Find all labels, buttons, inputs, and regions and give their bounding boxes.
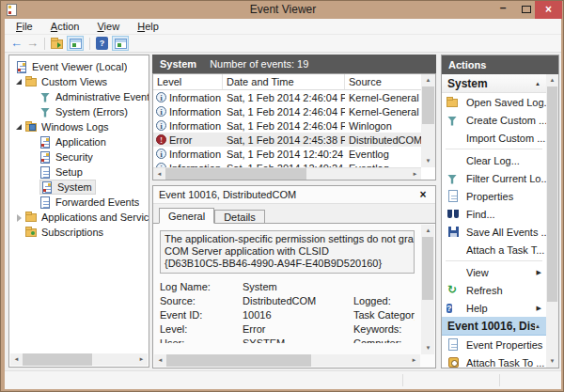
scroll-right-icon[interactable]: ►: [409, 168, 421, 180]
table-row[interactable]: iInformation Sat, 1 Feb 2014 2:46:04 PM …: [153, 104, 421, 118]
tree-item-windows-logs[interactable]: Windows Logs: [9, 119, 149, 134]
scroll-right-icon[interactable]: ►: [135, 353, 148, 366]
collapse-icon[interactable]: ▲: [535, 323, 540, 329]
tree-item-applications-services-logs[interactable]: Applications and Services Log: [9, 210, 149, 225]
scrollbar-thumb[interactable]: [422, 237, 433, 300]
tree-item-system[interactable]: System: [9, 180, 149, 195]
scrollbar-thumb[interactable]: [166, 354, 311, 367]
scroll-left-icon[interactable]: ◄: [153, 168, 165, 180]
action-label: Open Saved Log...: [466, 97, 546, 108]
close-button[interactable]: ×: [535, 1, 562, 19]
help-icon[interactable]: ?: [96, 37, 108, 50]
action-import-custom-view[interactable]: Import Custom ...: [442, 129, 546, 147]
section-event-10016[interactable]: Event 10016, Dis... ▲: [442, 317, 546, 336]
field-row: Event ID: 10016 Task Category:: [160, 308, 415, 322]
tab-general[interactable]: General: [159, 208, 214, 224]
action-filter-current-log[interactable]: Filter Current Lo...: [442, 169, 546, 187]
source-cell: DistributedCOM: [345, 134, 421, 146]
table-row[interactable]: iInformation Sat, 1 Feb 2014 12:40:24 PM…: [153, 147, 421, 161]
event-viewer-window: Event Viewer – × File Action View Help ←…: [0, 0, 564, 392]
field-label: Level:: [160, 322, 243, 337]
action-refresh[interactable]: ↻ Refresh: [442, 281, 546, 299]
table-row[interactable]: iInformation Sat, 1 Feb 2014 2:46:04 PM …: [153, 118, 421, 133]
show-console-tree-button[interactable]: [67, 36, 84, 51]
section-system[interactable]: System ▲: [442, 74, 546, 93]
column-date-and-time[interactable]: Date and Time: [223, 74, 345, 89]
level-cell: Information: [169, 106, 221, 118]
scroll-down-icon[interactable]: ▼: [421, 155, 435, 167]
scroll-up-icon[interactable]: ▲: [421, 74, 435, 86]
show-action-pane-button[interactable]: [112, 36, 129, 51]
actions-separator: [446, 260, 542, 261]
list-horizontal-scrollbar[interactable]: ◄ ►: [153, 167, 421, 180]
list-vertical-scrollbar[interactable]: ▲ ▼: [421, 74, 435, 167]
tab-details[interactable]: Details: [214, 210, 265, 224]
tree-item-subscriptions[interactable]: Subscriptions: [9, 225, 149, 240]
action-save-all-events[interactable]: Save All Events ...: [442, 223, 546, 241]
forward-icon[interactable]: →: [26, 37, 39, 50]
scroll-left-icon[interactable]: ◄: [10, 353, 23, 366]
source-cell: Winlogon: [345, 120, 421, 132]
filter-icon: [446, 172, 461, 185]
menu-file[interactable]: File: [8, 19, 40, 32]
minimize-button[interactable]: –: [495, 1, 510, 17]
tree-item-custom-views[interactable]: Custom Views: [9, 74, 149, 89]
tree-item-administrative-events[interactable]: Administrative Events: [9, 89, 149, 104]
field-label: [353, 280, 415, 294]
action-attach-task[interactable]: Attach a Task T...: [442, 241, 546, 259]
action-view[interactable]: View ▶: [442, 263, 546, 281]
table-row[interactable]: iInformation Sat, 1 Feb 2014 2:46:04 PM …: [153, 90, 421, 104]
action-help[interactable]: ? Help ▶: [442, 299, 546, 317]
expander-open-icon[interactable]: [15, 78, 24, 86]
action-attach-task-to-event[interactable]: Attach Task To ...: [442, 353, 546, 368]
tree-root[interactable]: Event Viewer (Local): [9, 59, 149, 74]
action-properties[interactable]: Properties: [442, 187, 546, 205]
scrollbar-thumb[interactable]: [422, 86, 434, 124]
scroll-right-icon[interactable]: ►: [408, 354, 420, 367]
scrollbar-thumb[interactable]: [165, 168, 306, 180]
scroll-left-icon[interactable]: ◄: [154, 354, 166, 367]
titlebar[interactable]: Event Viewer – ×: [1, 1, 564, 19]
menu-action[interactable]: Action: [43, 19, 87, 32]
tree-item-application[interactable]: Application: [9, 134, 149, 149]
filter-icon: [39, 91, 52, 103]
scroll-down-icon[interactable]: ▼: [421, 342, 435, 354]
tree-horizontal-scrollbar[interactable]: ◄ ►: [10, 353, 148, 366]
tree-item-setup[interactable]: Setup: [9, 165, 149, 180]
column-source[interactable]: Source: [345, 74, 421, 89]
detail-vertical-scrollbar[interactable]: ▲ ▼: [421, 225, 434, 354]
expander-closed-icon[interactable]: [15, 213, 24, 222]
tree-item-system-errors[interactable]: System (Errors): [9, 104, 149, 119]
expander-open-icon[interactable]: [15, 123, 24, 132]
description-line: COM Server application with CLSID: [164, 245, 410, 258]
scroll-up-icon[interactable]: ▲: [421, 225, 435, 237]
action-find[interactable]: Find...: [442, 205, 546, 223]
column-level[interactable]: Level: [153, 74, 223, 89]
detail-horizontal-scrollbar[interactable]: ◄ ►: [154, 354, 420, 367]
collapse-icon[interactable]: ▲: [535, 81, 540, 86]
action-clear-log[interactable]: Clear Log...: [442, 151, 546, 169]
scroll-down-icon[interactable]: ▼: [546, 355, 558, 368]
action-event-properties[interactable]: Event Properties: [442, 336, 546, 353]
scroll-up-icon[interactable]: ▲: [546, 74, 558, 86]
maximize-button[interactable]: [522, 6, 531, 13]
scrollbar-track: [166, 354, 408, 367]
menu-view[interactable]: View: [89, 19, 127, 32]
close-icon[interactable]: ×: [416, 188, 430, 201]
action-create-custom-view[interactable]: Create Custom ...: [442, 111, 546, 129]
actions-vertical-scrollbar[interactable]: ▲ ▼: [546, 74, 558, 368]
field-value: System: [243, 280, 353, 294]
export-log-icon[interactable]: [51, 39, 63, 49]
tree-item-forwarded-events[interactable]: Forwarded Events: [9, 195, 149, 210]
table-row-selected[interactable]: !Error Sat, 1 Feb 2014 2:45:38 PM Distri…: [153, 133, 421, 147]
tree-item-label: Administrative Events: [55, 89, 149, 104]
event-rows: iInformation Sat, 1 Feb 2014 2:46:04 PM …: [153, 90, 421, 180]
menu-help[interactable]: Help: [130, 19, 166, 32]
back-icon[interactable]: ←: [10, 37, 23, 50]
scrollbar-thumb[interactable]: [547, 86, 557, 302]
field-row: Level: Error Keywords:: [160, 322, 415, 337]
tree-item-security[interactable]: Security: [9, 149, 149, 165]
detail-header: Event 10016, DistributedCOM ×: [153, 186, 435, 204]
scrollbar-thumb[interactable]: [23, 353, 92, 366]
action-open-saved-log[interactable]: Open Saved Log...: [442, 93, 546, 111]
